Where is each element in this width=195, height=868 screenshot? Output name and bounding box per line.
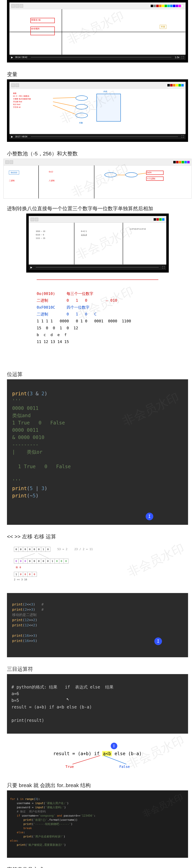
video-controls[interactable]: ▶ 39:14 / 39:42 1.0x ⛶ — [9, 55, 186, 60]
eq-label: 23 / 2 = 11 — [74, 548, 93, 551]
eq-label: 53 = 2 — [57, 548, 67, 551]
play-icon[interactable]: ▶ — [30, 266, 32, 269]
paint-tool[interactable] — [11, 4, 15, 8]
watermark: 非会员水印 — [119, 388, 182, 430]
paint-toolbar — [9, 3, 186, 9]
bit-row: 10000 — [14, 572, 37, 577]
video-time: 18:17 / 48:04 — [15, 135, 27, 138]
mem-label: 内存 — [104, 90, 107, 93]
radix-label: 二进制 — [9, 179, 15, 182]
fullscreen-icon[interactable]: ⛶ — [182, 56, 184, 59]
play-icon[interactable]: ▶ — [11, 56, 13, 59]
paint-tool[interactable] — [11, 84, 15, 87]
note: 补 0 — [16, 566, 181, 569]
video-player-2[interactable]: 整数 int -5 ~ 256 小整数池 大整数 每次创建新对象 浮点数 flo… — [7, 79, 188, 142]
radix-label: 八进制 — [49, 179, 55, 182]
blue-rect — [96, 94, 121, 122]
cursor-icon: I — [146, 513, 153, 520]
progress-bar[interactable] — [31, 57, 171, 58]
heading-break: 只要 break 就 会跳出 for..break 结构 — [0, 780, 195, 790]
paint-canvas-2: 整数 int -5 ~ 256 小整数池 大整数 每次创建新对象 浮点数 flo… — [9, 89, 186, 134]
video-player-1[interactable]: 变量名=值 命名规则 常量 非会员水印 ▶ 39:14 / 39:42 1.0x… — [7, 0, 188, 62]
false-label: False — [119, 765, 130, 769]
paint-tool[interactable] — [20, 4, 23, 8]
blue-oval — [76, 95, 88, 101]
red-annotation: 变量名=值 — [30, 18, 55, 23]
blue-oval — [125, 173, 137, 177]
watermark: 非会员水印 — [65, 7, 127, 48]
radix-box: 0b1010 — [9, 170, 19, 175]
red-annotation: 命名规则 — [30, 27, 55, 35]
left-text-block: 整数 int -5 ~ 256 小整数池 大整数 每次创建新对象 浮点数 flo… — [13, 92, 31, 109]
paint-tool[interactable] — [16, 4, 19, 8]
heading-variables: 变量 — [0, 69, 195, 79]
binary-text: 0o(0010) 每三个一位数字 二进制 0 1 0 — 010 0xF0010… — [37, 279, 158, 363]
heading-str-common: 字符串常见方式 — [0, 865, 195, 868]
true-label: True — [65, 765, 74, 769]
paint-canvas-1: 变量名=值 命名规则 常量 非会员水印 — [9, 9, 186, 55]
progress-bar[interactable] — [31, 136, 178, 137]
heading-intpool: 小整数池（-5，256）和大整数 — [0, 149, 195, 159]
paint-tool[interactable] — [9, 160, 13, 164]
color-palette[interactable] — [151, 5, 184, 7]
paint-tool[interactable] — [5, 160, 9, 164]
heading-ternary: 三目运算符 — [0, 664, 195, 674]
blue-oval — [105, 173, 117, 177]
watermark: 非会员水印 — [125, 540, 187, 580]
bit-row: 0000 0010 — [14, 547, 50, 552]
video-time: 39:14 / 39:42 — [15, 56, 27, 59]
red-annotation: 0x0A — [146, 170, 164, 175]
paint-tool[interactable] — [35, 218, 38, 221]
bit-row: 000 0000 01000 — [14, 559, 68, 563]
watermark: 非会员水印 — [69, 160, 131, 201]
radix-label: 0o12 — [49, 170, 53, 173]
blue-oval — [76, 113, 88, 118]
fullscreen-icon[interactable]: ⛶ — [162, 266, 165, 269]
heading-shift: << >> 左移 右移 运算 — [0, 532, 195, 541]
cursor-icon: I — [111, 743, 117, 749]
paint-tool[interactable] — [16, 84, 19, 87]
progress-bar[interactable] — [36, 267, 159, 268]
paint-toolbar — [9, 82, 186, 89]
blue-oval — [76, 104, 88, 110]
obj-label: 对象 — [79, 122, 83, 124]
code-bitop: print(3 & 2) ''' 0000 0011 类似and 1 True … — [7, 379, 188, 525]
watermark: 非会员水印 — [140, 790, 185, 820]
code-ternary: # python的格式: 结果 if 表达式 else 结果 a=6 b=5 r… — [7, 674, 188, 734]
fullscreen-icon[interactable]: ⛶ — [182, 135, 184, 138]
heading-radix: 进制转换八位直接每一个位置三个数字每一位数字单独算然后相加 — [0, 204, 195, 214]
shift-diagram: 0000 0010 53 = 2 23 / 2 = 11 000 0000 01… — [7, 541, 188, 586]
yellow-annotation: 常量 — [160, 25, 166, 29]
speed-label[interactable]: 1.0x — [175, 56, 179, 59]
red-annotation: 十六进制 — [146, 177, 164, 181]
video-player-3[interactable]: 1010 → 100110 → 61111 → 15 8 4 2 11 0 1 … — [26, 214, 169, 273]
play-icon[interactable]: ▶ — [11, 135, 13, 138]
wide-paint-window: 0b1010 二进制 0o12 八进制 0x0A 十六进制 非会员水印 — [3, 159, 192, 198]
watermark: 非会员水印 — [74, 223, 136, 263]
cursor-icon: I — [154, 638, 162, 645]
code-shift: print(2<<3) # print(2>>3) # 移动的是二进制 prin… — [7, 593, 188, 657]
paint-tool[interactable] — [31, 218, 34, 221]
ternary-diagram: result = (a+b) if a<b else (b-a) I True … — [7, 741, 188, 774]
heading-bitop: 位运算 — [0, 369, 195, 379]
code-for-break: for i in range(3): username = input('请输入… — [7, 790, 188, 858]
note: 2 << 3 16 — [14, 578, 181, 581]
